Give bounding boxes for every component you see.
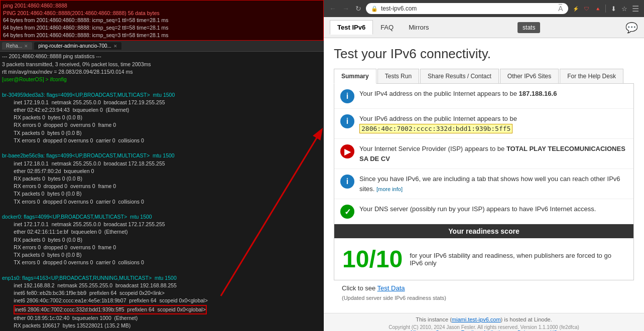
info-row-ipv4: i Your IPv4 address on the public Intern…: [334, 84, 633, 109]
browser-toolbar: ← → ↻ 🔒 test-ipv6.com A̅ ⚡ 🛡 🔺 ⬇ ☆ ☰: [324, 0, 644, 17]
tl-docker-ether: ether 02:42:16:11:1e:bf txqueuelen 0 (Et…: [2, 228, 322, 236]
site-navigation: Test IPv6 FAQ Mirrors stats 💬: [324, 17, 644, 38]
tl-enp-inet6-link: inet6 fe80::eb2b:bc36:1f9e:bb9 prefixlen…: [2, 289, 322, 297]
tl-enp-inet6-global2-container: inet6 2806:40c:7002:cccc:332d:bdd1:939b:…: [2, 305, 322, 314]
ipv6-address-highlight: 2806:40c:7002:cccc:332d:bdd1:939b:5ff5: [359, 124, 512, 133]
more-info-link[interactable]: [more info]: [376, 186, 403, 192]
tl-br0-header: br-304959ded3a3: flags=4099<UP,BROADCAST…: [2, 91, 322, 99]
test-data-prefix: Click to see: [342, 284, 375, 292]
tl-br1-rxerr: RX errors 0 dropped 0 overruns 0 frame 0: [2, 183, 322, 190]
tl-br1-ether: ether 02:85:f7:80:2d txqueuelen 0: [2, 168, 322, 175]
highlighted-ipv6-line: inet6 2806:40c:7002:cccc:332d:bdd1:939b:…: [14, 305, 206, 314]
nav-faq[interactable]: FAQ: [373, 20, 401, 35]
tl-br0-inet: inet 172.19.0.1 netmask 255.255.0.0 broa…: [2, 99, 322, 106]
lock-icon: 🔒: [371, 6, 378, 12]
terminal-tab-label: Reha...: [6, 43, 22, 49]
ext-icon-2[interactable]: 🛡: [582, 4, 591, 13]
stats-button[interactable]: stats: [518, 22, 540, 33]
tab-tests-run[interactable]: Tests Run: [377, 69, 419, 83]
tl-empty3: [2, 206, 322, 213]
downloads-icon[interactable]: ⬇: [609, 4, 618, 13]
tl-empty4: [2, 267, 322, 274]
tab-share[interactable]: Share Results / Contact: [420, 69, 499, 83]
updated-text: (Updated server side IPv6 readiness stat…: [334, 294, 634, 305]
tl-docker-rxerr: RX errors 0 dropped 0 overruns 0 frame 0: [2, 244, 322, 251]
nav-test-ipv6[interactable]: Test IPv6: [330, 20, 373, 35]
tl-empty1: [2, 83, 322, 91]
terminal-line-ping-info: PING 2001:4860:4860::8888(2001:4860:4860…: [3, 10, 321, 17]
tl-docker-header: docker0: flags=4099<UP,BROADCAST,MULTICA…: [2, 213, 322, 221]
info-row-ipv6: i Your IPv6 address on the public Intern…: [334, 109, 633, 139]
copyright-text: Copyright (C) 2010, 2024 Jason Fesler. A…: [330, 324, 638, 330]
tl-br1-header: br-baee2be56c9a: flags=4099<UP,BROADCAST…: [2, 152, 322, 159]
info-text-ipv6: Your IPv6 address on the public Internet…: [359, 114, 627, 133]
hosted-text: This instance (miami.test-ipv6.com) is h…: [330, 316, 638, 322]
tl-prompt: [user@RouterOS] > ifconfig: [2, 76, 322, 83]
tl-enp-inet6-global1: inet6 2806:40c:7002:cccc:ea1e:4e5e:1b18:…: [2, 297, 322, 304]
browser-extension-icons: ⚡ 🛡 🔺 ⬇ ☆ ☰: [571, 4, 640, 13]
forward-button[interactable]: →: [341, 5, 351, 13]
tab-summary[interactable]: Summary: [334, 69, 376, 84]
toolbar-separator: [605, 5, 606, 13]
tl-br0-ether: ether 02:42:e2:23:94:43 txqueuelen 0 (Et…: [2, 106, 322, 114]
tl-empty2: [2, 144, 322, 152]
tl-enp-inet: inet 192.168.88.2 netmask 255.255.255.0 …: [2, 282, 322, 289]
tl-enp-rx: RX packets 106617 bytes 135228021 (135.2…: [2, 322, 322, 329]
bookmarks-icon[interactable]: ☆: [620, 4, 629, 13]
site-nav-links: Test IPv6 FAQ Mirrors: [330, 20, 437, 35]
terminal-panel: ping 2001:4860:4860::8888 PING 2001:4860…: [0, 0, 324, 331]
ext-icon-1[interactable]: ⚡: [571, 4, 580, 13]
terminal-tab-label-active: ping-router-admin-anuncio-700...: [38, 43, 111, 49]
terminal-tab-ping[interactable]: ping-router-admin-anuncio-700... ✕: [34, 42, 121, 50]
tl-rtt: rtt min/avg/max/mdev = 28.083/28.094/28.…: [2, 68, 322, 76]
info-icon-dns: ✓: [340, 205, 354, 219]
terminal-top-output: ping 2001:4860:4860::8888 PING 2001:4860…: [0, 0, 324, 41]
menu-icon[interactable]: ☰: [631, 4, 640, 13]
terminal-line-1: 64 bytes from 2001:4860:4860::8888: icmp…: [3, 17, 321, 24]
info-row-ipv6-tab: i Since you have IPv6, we are including …: [334, 169, 633, 199]
site-footer: This instance (miami.test-ipv6.com) is h…: [324, 313, 644, 331]
tl-docker-rx: RX packets 0 bytes 0 (0.0 B): [2, 236, 322, 244]
terminal-line-2: 64 bytes from 2001:4860:4860::8888: icmp…: [3, 24, 321, 32]
tl-packets: 3 packets transmitted, 3 received, 0% pa…: [2, 61, 322, 68]
tl-br0-tx: TX packets 0 bytes 0 (0.0 B): [2, 129, 322, 137]
info-icon-ipv4: i: [340, 89, 354, 103]
miami-link[interactable]: miami.test-ipv6.com: [452, 316, 501, 322]
tab-other-ipv6[interactable]: Other IPv6 Sites: [500, 69, 559, 83]
terminal-tab-reha[interactable]: Reha... ✕: [2, 42, 32, 50]
refresh-button[interactable]: ↻: [354, 5, 363, 13]
info-text-dns: Your DNS server (possibly run by your IS…: [359, 204, 596, 214]
tl-br1-rx: RX packets 0 bytes 0 (0.0 B): [2, 175, 322, 183]
tl-docker-tx: TX packets 0 bytes 0 (0.0 B): [2, 251, 322, 259]
info-text-tab: Since you have IPv6, we are including a …: [359, 174, 627, 194]
info-row-isp: ▶ Your Internet Service Provider (ISP) a…: [334, 139, 633, 169]
test-data-link[interactable]: Test Data: [377, 284, 405, 292]
address-bar[interactable]: 🔒 test-ipv6.com A̅: [366, 3, 568, 14]
tl-enp-ether: ether 00:18:95:1c:02:40 txqueuelen 1000 …: [2, 314, 322, 322]
back-button[interactable]: ←: [328, 5, 338, 13]
close-icon-2[interactable]: ✕: [113, 44, 117, 49]
info-text-ipv4: Your IPv4 address on the public Internet…: [359, 89, 557, 99]
tl-docker-inet: inet 172.17.0.1 netmask 255.255.0.0 broa…: [2, 221, 322, 228]
tl-br1-tx: TX packets 0 bytes 0 (0.0 B): [2, 190, 322, 198]
info-text-isp: Your Internet Service Provider (ISP) app…: [359, 144, 627, 163]
browser-panel: ← → ↻ 🔒 test-ipv6.com A̅ ⚡ 🛡 🔺 ⬇ ☆ ☰ Tes…: [324, 0, 644, 331]
ext-icon-3[interactable]: 🔺: [593, 4, 602, 13]
info-section: i Your IPv4 address on the public Intern…: [334, 84, 634, 280]
readiness-description: for your IPv6 stability and readiness, w…: [410, 252, 625, 267]
tl-enp-header: enp1s0: flags=4163<UP,BROADCAST,RUNNING,…: [2, 274, 322, 282]
test-data-section: Click to see Test Data: [334, 280, 634, 294]
tl-br0-rx: RX packets 0 bytes 0 (0.0 B): [2, 114, 322, 121]
chat-icon[interactable]: 💬: [625, 22, 638, 34]
terminal-tabs-bar: Reha... ✕ ping-router-admin-anuncio-700.…: [0, 41, 324, 52]
tl-br1-inet: inet 172.18.0.1 netmask 255.255.0.0 broa…: [2, 160, 322, 168]
tl-docker-txerr: TX errors 0 dropped 0 overruns 0 carrier…: [2, 259, 322, 266]
info-icon-tab: i: [340, 175, 354, 189]
tl-br1-txerr: TX errors 0 dropped 0 overruns 0 carrier…: [2, 198, 322, 206]
nav-mirrors[interactable]: Mirrors: [401, 20, 436, 35]
close-icon[interactable]: ✕: [24, 44, 28, 49]
tl-stats: --- 2001:4860:4860::8888 ping statistics…: [2, 53, 322, 60]
page-title: Test your IPv6 connectivity.: [334, 46, 634, 62]
tab-help-desk[interactable]: For the Help Desk: [560, 69, 623, 83]
content-tabs: Summary Tests Run Share Results / Contac…: [334, 69, 634, 84]
